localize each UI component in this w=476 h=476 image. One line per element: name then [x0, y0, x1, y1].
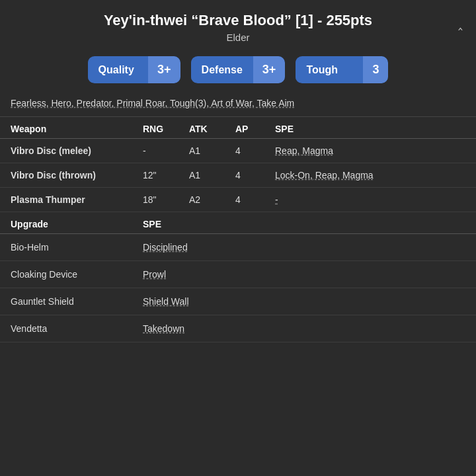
- weapon-ap: 4: [235, 170, 275, 180]
- upgrade-row: VendettaTakedown: [0, 315, 476, 342]
- upgrade-spe: Takedown: [143, 323, 465, 334]
- weapon-name: Vibro Disc (melee): [11, 145, 143, 156]
- rng-col-header: RNG: [143, 124, 189, 134]
- weapon-atk: A1: [189, 145, 235, 156]
- weapon-rng: -: [143, 145, 189, 156]
- upgrade-name: Cloaking Device: [11, 269, 143, 280]
- character-header: Yey'in-thwei “Brave Blood” [1] - 255pts …: [0, 0, 476, 47]
- stat-value-quality: 3+: [148, 56, 180, 83]
- table-row: Vibro Disc (thrown)12"A14Lock-On, Reap, …: [0, 163, 476, 188]
- upgrade-spe-col-header: SPE: [143, 219, 465, 229]
- upgrade-name: Gauntlet Shield: [11, 296, 143, 307]
- upgrade-spe: Disciplined: [143, 242, 465, 253]
- table-row: Plasma Thumper18"A24-: [0, 188, 476, 212]
- traits-row: Fearless, Hero, Predator, Primal Roar, T…: [0, 93, 476, 117]
- weapon-rng: 12": [143, 170, 189, 180]
- spe-col-header: SPE: [275, 124, 465, 134]
- upgrade-spe: Shield Wall: [143, 296, 465, 307]
- weapon-spe: Reap, Magma: [275, 145, 465, 156]
- character-subtitle: Elder: [13, 32, 463, 43]
- collapse-button[interactable]: ‸: [458, 15, 463, 30]
- weapon-ap: 4: [235, 145, 275, 156]
- weapons-header-row: Weapon RNG ATK AP SPE: [0, 117, 476, 139]
- stat-badge-quality: Quality3+: [88, 56, 180, 83]
- upgrade-row: Bio-HelmDisciplined: [0, 234, 476, 261]
- upgrade-col-header: Upgrade: [11, 219, 143, 229]
- atk-col-header: ATK: [189, 124, 235, 134]
- stat-value-tough: 3: [363, 56, 388, 83]
- weapon-col-header: Weapon: [11, 124, 143, 134]
- stat-label-defense: Defense: [191, 58, 253, 83]
- stats-row: Quality3+Defense3+Tough3: [0, 47, 476, 93]
- weapons-table: Weapon RNG ATK AP SPE Vibro Disc (melee)…: [0, 117, 476, 212]
- traits-text: Fearless, Hero, Predator, Primal Roar, T…: [11, 98, 294, 108]
- weapon-atk: A2: [189, 194, 235, 205]
- stat-badge-tough: Tough3: [296, 56, 388, 83]
- upgrade-row: Gauntlet ShieldShield Wall: [0, 288, 476, 315]
- weapon-name: Plasma Thumper: [11, 194, 143, 205]
- table-row: Vibro Disc (melee)-A14Reap, Magma: [0, 139, 476, 163]
- ap-col-header: AP: [235, 124, 275, 134]
- stat-label-quality: Quality: [88, 58, 145, 83]
- weapon-atk: A1: [189, 170, 235, 180]
- weapon-rng: 18": [143, 194, 189, 205]
- upgrade-spe: Prowl: [143, 269, 465, 280]
- weapon-name: Vibro Disc (thrown): [11, 170, 143, 180]
- weapon-ap: 4: [235, 194, 275, 205]
- weapon-spe: Lock-On, Reap, Magma: [275, 170, 465, 180]
- upgrades-table: UpgradeSPEBio-HelmDisciplinedCloaking De…: [0, 212, 476, 342]
- stat-value-defense: 3+: [253, 56, 286, 83]
- stat-badge-defense: Defense3+: [191, 56, 286, 83]
- character-title: Yey'in-thwei “Brave Blood” [1] - 255pts: [13, 12, 463, 29]
- stat-label-tough: Tough: [296, 58, 348, 83]
- upgrade-name: Bio-Helm: [11, 242, 143, 253]
- weapon-spe: -: [275, 194, 465, 205]
- upgrade-name: Vendetta: [11, 323, 143, 334]
- upgrade-row: Cloaking DeviceProwl: [0, 261, 476, 288]
- upgrades-header-row: UpgradeSPE: [0, 212, 476, 234]
